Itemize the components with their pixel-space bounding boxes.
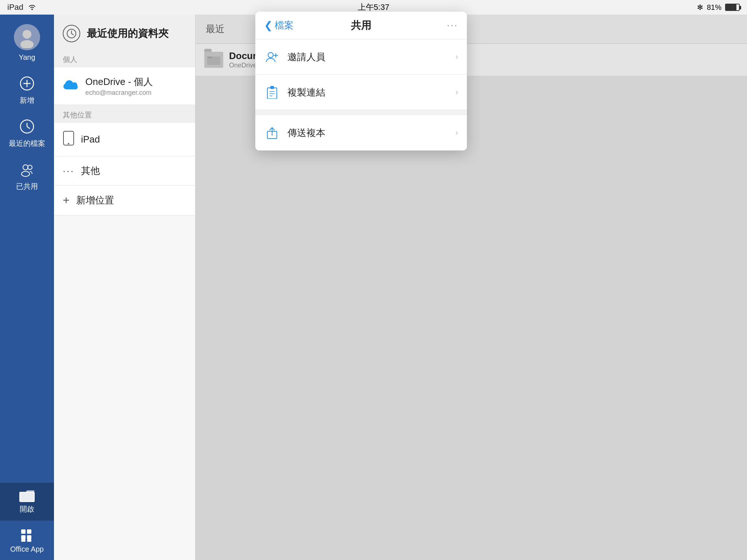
- svg-rect-12: [21, 529, 26, 534]
- middle-header: 最近使用的資料夾: [54, 15, 195, 50]
- plus-circle-icon: [19, 75, 35, 96]
- share-more-button[interactable]: ···: [447, 20, 458, 31]
- share-modal: ❮ 檔案 共用 ··· 邀請人員 › 複: [255, 12, 467, 151]
- svg-point-1: [20, 40, 34, 48]
- ipad-label: iPad: [81, 134, 100, 145]
- invite-people-item[interactable]: 邀請人員 ›: [255, 39, 467, 75]
- copy-link-item[interactable]: 複製連結 ›: [255, 75, 467, 110]
- share-back-label: 檔案: [275, 19, 294, 32]
- ipad-item[interactable]: iPad: [54, 123, 195, 156]
- person-plus-icon: [264, 49, 280, 65]
- svg-point-25: [268, 52, 273, 58]
- section-label-other: 其他位置: [54, 105, 195, 123]
- status-bar-time: 上午5:37: [358, 2, 390, 13]
- svg-point-9: [22, 171, 30, 176]
- sidebar-bottom: 開啟 Office App: [0, 483, 54, 560]
- svg-point-0: [23, 30, 31, 39]
- clipboard-icon: [264, 84, 280, 100]
- onedrive-title: OneDrive - 個人: [85, 75, 153, 88]
- svg-point-8: [23, 165, 28, 170]
- svg-rect-16: [21, 540, 26, 542]
- sidebar-open-label: 開啟: [20, 504, 34, 514]
- svg-rect-29: [270, 86, 274, 89]
- share-back-button[interactable]: ❮ 檔案: [264, 19, 294, 32]
- grid-icon: [19, 527, 35, 545]
- svg-line-20: [71, 34, 74, 35]
- chevron-right-icon-invite: ›: [456, 52, 458, 62]
- people-icon: [19, 162, 35, 182]
- chevron-right-icon-copy: ›: [456, 88, 458, 97]
- invite-people-label: 邀請人員: [287, 51, 456, 63]
- svg-line-7: [27, 127, 30, 129]
- share-section-divider: [255, 110, 467, 115]
- dots-icon: ···: [63, 165, 74, 177]
- status-bar-right: ✻ 81%: [697, 3, 740, 12]
- add-location-label: 新增位置: [76, 194, 114, 207]
- clock-icon: [19, 118, 35, 139]
- ipad-icon: [63, 131, 74, 148]
- sidebar-item-open[interactable]: 開啟: [0, 483, 54, 521]
- copy-link-label: 複製連結: [287, 86, 456, 99]
- middle-panel: 最近使用的資料夾 個人 OneDrive - 個人 echo@macranger…: [54, 15, 196, 560]
- status-bar-left: iPad: [7, 3, 36, 12]
- other-item[interactable]: ··· 其他: [54, 156, 195, 186]
- sidebar-item-new[interactable]: 新增: [0, 69, 54, 112]
- share-modal-title: 共用: [351, 19, 371, 32]
- left-sidebar: Yang 新增 最近的檔案 已共用: [0, 15, 54, 560]
- sidebar-item-recent[interactable]: 最近的檔案: [0, 112, 54, 155]
- svg-rect-13: [27, 529, 31, 534]
- sidebar-office-label: Office App: [10, 545, 44, 553]
- sidebar-new-label: 新增: [20, 96, 34, 105]
- svg-rect-15: [27, 535, 31, 540]
- svg-point-22: [68, 143, 69, 144]
- user-profile[interactable]: Yang: [14, 18, 40, 69]
- ipad-label: iPad: [7, 3, 23, 12]
- svg-rect-28: [267, 88, 277, 99]
- sidebar-nav: 新增 最近的檔案 已共用: [0, 69, 54, 483]
- onedrive-item[interactable]: OneDrive - 個人 echo@macranger.com: [54, 67, 195, 105]
- chevron-left-icon: ❮: [264, 19, 272, 31]
- svg-rect-17: [27, 540, 31, 542]
- header-clock-icon: [63, 25, 80, 42]
- battery-icon: [725, 4, 740, 11]
- other-label: 其他: [81, 164, 100, 177]
- user-name: Yang: [19, 53, 35, 62]
- folder-icon: [19, 489, 35, 504]
- middle-header-title: 最近使用的資料夾: [87, 27, 169, 40]
- sidebar-shared-label: 已共用: [16, 182, 38, 191]
- svg-rect-14: [21, 535, 26, 540]
- share-modal-header: ❮ 檔案 共用 ···: [255, 12, 467, 39]
- avatar: [14, 24, 40, 50]
- send-copy-item[interactable]: 傳送複本 ›: [255, 115, 467, 151]
- chevron-right-icon-send: ›: [456, 128, 458, 137]
- sidebar-item-office-app[interactable]: Office App: [0, 521, 54, 560]
- share-up-icon: [264, 125, 280, 141]
- plus-icon: +: [63, 194, 70, 207]
- send-copy-label: 傳送複本: [287, 127, 456, 139]
- add-location-item[interactable]: + 新增位置: [54, 186, 195, 215]
- sidebar-recent-label: 最近的檔案: [9, 139, 45, 148]
- battery-percent: 81%: [707, 3, 721, 12]
- onedrive-subtitle: echo@macranger.com: [85, 89, 153, 97]
- bluetooth-icon: ✻: [697, 3, 703, 12]
- section-label-personal: 個人: [54, 50, 195, 67]
- sidebar-item-shared[interactable]: 已共用: [0, 155, 54, 198]
- onedrive-icon: [63, 79, 79, 93]
- wifi-icon: [28, 3, 36, 12]
